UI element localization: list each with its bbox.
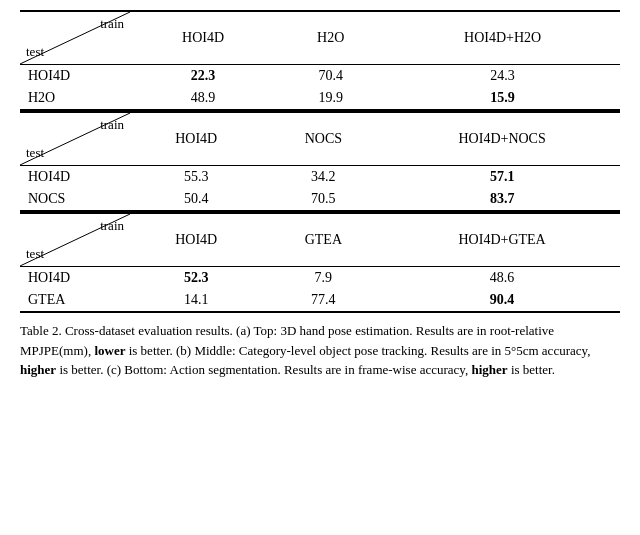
- cell-1-1-1: 22.3: [130, 65, 276, 88]
- col-header-1-3: HOI4D+H2O: [385, 11, 620, 65]
- cell-1-2-3: 15.9: [385, 87, 620, 110]
- caption-text-3: is better. (c) Bottom: Action segmentati…: [56, 362, 471, 377]
- train-label-3: train: [100, 218, 124, 234]
- train-label-1: train: [100, 16, 124, 32]
- caption-bold-2: higher: [20, 362, 56, 377]
- test-label-1: test: [26, 44, 44, 60]
- cell-3-1-3: 48.6: [384, 267, 620, 290]
- data-row-2-2: NOCS 50.4 70.5 83.7: [20, 188, 620, 211]
- cell-3-2-1: 14.1: [130, 289, 262, 312]
- row-label-1-1: HOI4D: [20, 65, 130, 88]
- data-row-1-1: HOI4D 22.3 70.4 24.3: [20, 65, 620, 88]
- table-middle: train test HOI4D NOCS HOI4D+NOCS HOI4D 5…: [20, 111, 620, 212]
- table-top: train test HOI4D H2O HOI4D+H2O HOI4D 22.…: [20, 10, 620, 111]
- row-label-3-2: GTEA: [20, 289, 130, 312]
- test-label-3: test: [26, 246, 44, 262]
- diagonal-cell-2: train test: [20, 112, 130, 166]
- col-header-2-3: HOI4D+NOCS: [384, 112, 620, 166]
- cell-2-2-2: 70.5: [262, 188, 384, 211]
- cell-2-2-1: 50.4: [130, 188, 262, 211]
- cell-3-1-1: 52.3: [130, 267, 262, 290]
- cell-2-1-3: 57.1: [384, 166, 620, 189]
- col-header-3-1: HOI4D: [130, 213, 262, 267]
- cell-1-1-2: 70.4: [276, 65, 385, 88]
- data-row-3-2: GTEA 14.1 77.4 90.4: [20, 289, 620, 312]
- test-label-2: test: [26, 145, 44, 161]
- train-label-2: train: [100, 117, 124, 133]
- cell-1-2-1: 48.9: [130, 87, 276, 110]
- diagonal-cell-3: train test: [20, 213, 130, 267]
- caption-text-2: is better. (b) Middle: Category-level ob…: [125, 343, 590, 358]
- caption-bold-3: higher: [472, 362, 508, 377]
- col-header-1-2: H2O: [276, 11, 385, 65]
- cell-3-2-2: 77.4: [262, 289, 384, 312]
- data-row-1-2: H2O 48.9 19.9 15.9: [20, 87, 620, 110]
- col-header-2-2: NOCS: [262, 112, 384, 166]
- cell-1-1-3: 24.3: [385, 65, 620, 88]
- table-caption: Table 2. Cross-dataset evaluation result…: [20, 321, 620, 380]
- col-header-2-1: HOI4D: [130, 112, 262, 166]
- cell-3-2-3: 90.4: [384, 289, 620, 312]
- cell-2-1-2: 34.2: [262, 166, 384, 189]
- caption-number: Table 2.: [20, 323, 62, 338]
- row-label-1-2: H2O: [20, 87, 130, 110]
- table-bottom: train test HOI4D GTEA HOI4D+GTEA HOI4D 5…: [20, 212, 620, 313]
- header-row-2: train test HOI4D NOCS HOI4D+NOCS: [20, 112, 620, 166]
- data-row-2-1: HOI4D 55.3 34.2 57.1: [20, 166, 620, 189]
- col-header-3-2: GTEA: [262, 213, 384, 267]
- cell-1-2-2: 19.9: [276, 87, 385, 110]
- caption-bold-1: lower: [94, 343, 125, 358]
- row-label-3-1: HOI4D: [20, 267, 130, 290]
- data-row-3-1: HOI4D 52.3 7.9 48.6: [20, 267, 620, 290]
- cell-2-2-3: 83.7: [384, 188, 620, 211]
- diagonal-cell-1: train test: [20, 11, 130, 65]
- cell-2-1-1: 55.3: [130, 166, 262, 189]
- header-row-1: train test HOI4D H2O HOI4D+H2O: [20, 11, 620, 65]
- caption-text-4: is better.: [508, 362, 555, 377]
- header-row-3: train test HOI4D GTEA HOI4D+GTEA: [20, 213, 620, 267]
- col-header-1-1: HOI4D: [130, 11, 276, 65]
- cell-3-1-2: 7.9: [262, 267, 384, 290]
- row-label-2-1: HOI4D: [20, 166, 130, 189]
- row-label-2-2: NOCS: [20, 188, 130, 211]
- col-header-3-3: HOI4D+GTEA: [384, 213, 620, 267]
